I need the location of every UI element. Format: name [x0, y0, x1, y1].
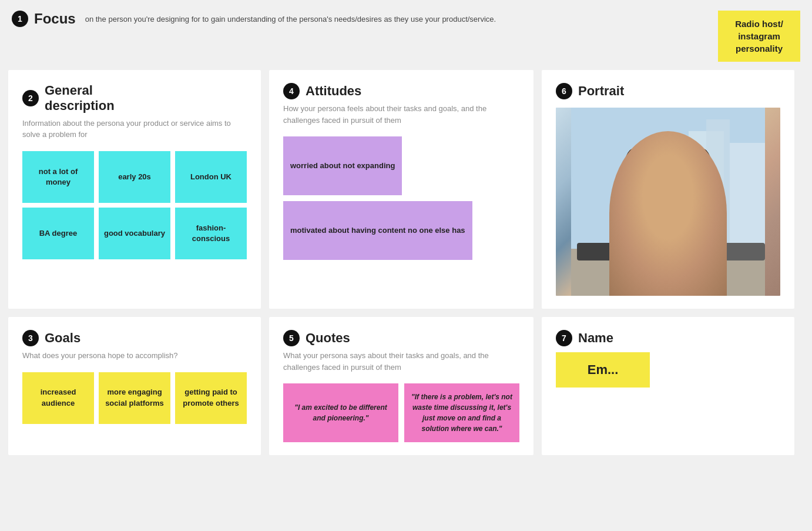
attitudes-header: 4 Attitudes: [283, 83, 519, 99]
focus-description: on the person you're designing for to ga…: [85, 15, 496, 24]
goals-subtitle: What does your persona hope to accomplis…: [22, 350, 247, 362]
quotes-header: 5 Quotes: [283, 330, 519, 346]
general-subtitle: Information about the persona your produ…: [22, 118, 247, 141]
portrait-svg: [556, 108, 780, 296]
attitudes-tags-row: worried about not expanding motivated ab…: [283, 136, 519, 260]
quote-1: "I am excited to be different and pionee…: [283, 383, 398, 442]
general-tags-grid: not a lot of money early 20s London UK B…: [22, 151, 247, 259]
svg-point-11: [690, 149, 716, 255]
portrait-card: 6 Portrait: [542, 70, 794, 309]
quotes-card: 5 Quotes What your persona says about th…: [269, 317, 533, 455]
tag-early-20s: early 20s: [99, 151, 170, 203]
goal-getting-paid: getting paid to promote others: [175, 372, 247, 424]
goals-card: 3 Goals What does your persona hope to a…: [8, 317, 261, 455]
svg-rect-7: [724, 243, 765, 261]
tag-good-vocabulary: good vocabulary: [99, 208, 170, 259]
focus-bar: 1 Focus on the person you're designing f…: [0, 0, 812, 70]
goal-increased-audience: increased audience: [22, 372, 94, 424]
name-value-badge: Em...: [556, 352, 650, 388]
svg-point-17: [621, 249, 715, 296]
attitudes-subtitle: How your persona feels about their tasks…: [283, 103, 519, 126]
general-number: 2: [22, 90, 39, 106]
attitude-worried: worried about not expanding: [283, 136, 402, 195]
svg-point-13: [668, 184, 689, 205]
quotes-number: 5: [283, 330, 300, 346]
attitudes-card: 4 Attitudes How your persona feels about…: [269, 70, 533, 309]
quotes-title: Quotes: [306, 330, 350, 346]
goals-tags-grid: increased audience more engaging social …: [22, 372, 247, 424]
focus-number: 1: [12, 11, 28, 27]
quote-2: "If there is a problem, let's not waste …: [404, 383, 519, 442]
tag-ba-degree: BA degree: [22, 208, 94, 259]
quotes-subtitle: What your persona says about their tasks…: [283, 350, 519, 373]
svg-line-15: [639, 193, 647, 195]
svg-point-9: [634, 150, 702, 230]
tag-london-uk: London UK: [175, 151, 247, 203]
attitudes-number: 4: [283, 83, 300, 99]
name-header: 7 Name: [556, 330, 780, 346]
goal-more-engaging: more engaging social platforms: [99, 372, 170, 424]
goals-header: 3 Goals: [22, 330, 247, 346]
svg-rect-5: [618, 249, 718, 296]
name-row: Em...: [556, 352, 780, 388]
goals-number: 3: [22, 330, 39, 346]
svg-rect-6: [577, 243, 618, 261]
svg-line-16: [689, 193, 697, 195]
portrait-title: Portrait: [578, 84, 624, 99]
focus-title: Focus: [34, 11, 76, 27]
general-title: General description: [45, 83, 115, 114]
svg-point-10: [620, 149, 646, 255]
tag-fashion-conscious: fashion-conscious: [175, 208, 247, 259]
svg-point-12: [647, 184, 669, 205]
goals-title: Goals: [45, 330, 80, 346]
portrait-image: [556, 108, 780, 296]
focus-left: 1 Focus on the person you're designing f…: [12, 11, 496, 27]
tag-not-a-lot-of-money: not a lot of money: [22, 151, 94, 203]
attitudes-title: Attitudes: [306, 84, 361, 99]
attitude-motivated: motivated about having content no one el…: [283, 201, 472, 260]
persona-type-badge: Radio host/ instagram personality: [718, 11, 800, 62]
name-card: 7 Name Em...: [542, 317, 794, 455]
svg-rect-3: [730, 143, 765, 249]
portrait-header: 6 Portrait: [556, 83, 780, 99]
name-number: 7: [556, 330, 572, 346]
general-description-card: 2 General description Information about …: [8, 70, 261, 309]
general-header: 2 General description: [22, 83, 247, 114]
svg-point-8: [627, 137, 709, 231]
main-grid: 2 General description Information about …: [0, 70, 812, 463]
portrait-number: 6: [556, 83, 572, 99]
name-title: Name: [578, 330, 613, 346]
quotes-row: "I am excited to be different and pionee…: [283, 383, 519, 442]
svg-rect-2: [706, 119, 730, 249]
